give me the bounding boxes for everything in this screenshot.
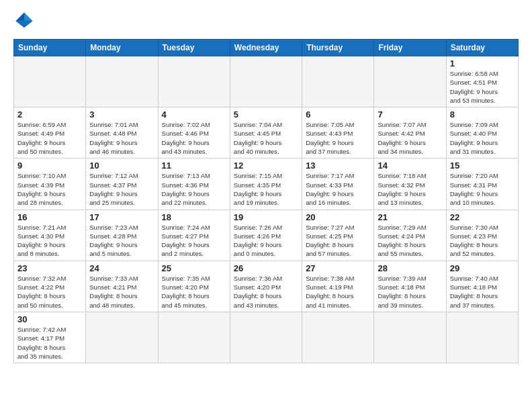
calendar-cell — [302, 312, 374, 363]
cell-daylight-info: Sunrise: 7:04 AM Sunset: 4:45 PM Dayligh… — [234, 120, 298, 156]
calendar-cell: 1Sunrise: 6:58 AM Sunset: 4:51 PM Daylig… — [446, 56, 518, 107]
date-number: 5 — [234, 109, 298, 120]
week-row-5: 23Sunrise: 7:32 AM Sunset: 4:22 PM Dayli… — [14, 261, 519, 312]
calendar-cell — [14, 56, 86, 107]
calendar-cell: 29Sunrise: 7:40 AM Sunset: 4:18 PM Dayli… — [446, 261, 518, 312]
cell-daylight-info: Sunrise: 7:21 AM Sunset: 4:30 PM Dayligh… — [17, 223, 82, 259]
date-number: 10 — [89, 161, 154, 171]
date-number: 15 — [450, 161, 515, 171]
cell-daylight-info: Sunrise: 7:05 AM Sunset: 4:43 PM Dayligh… — [306, 120, 370, 156]
date-number: 9 — [17, 161, 82, 171]
calendar-cell: 23Sunrise: 7:32 AM Sunset: 4:22 PM Dayli… — [14, 261, 86, 312]
date-number: 26 — [234, 263, 298, 273]
calendar-cell: 22Sunrise: 7:30 AM Sunset: 4:23 PM Dayli… — [446, 210, 518, 261]
calendar-cell: 19Sunrise: 7:26 AM Sunset: 4:26 PM Dayli… — [230, 210, 302, 261]
week-row-2: 2Sunrise: 6:59 AM Sunset: 4:49 PM Daylig… — [14, 107, 519, 158]
calendar-cell: 3Sunrise: 7:01 AM Sunset: 4:48 PM Daylig… — [86, 107, 158, 158]
calendar-cell — [302, 56, 374, 107]
weekday-header-monday: Monday — [86, 40, 158, 56]
cell-daylight-info: Sunrise: 7:38 AM Sunset: 4:19 PM Dayligh… — [306, 274, 370, 310]
calendar-cell: 4Sunrise: 7:02 AM Sunset: 4:46 PM Daylig… — [158, 107, 230, 158]
weekday-header-friday: Friday — [374, 40, 446, 56]
calendar-cell: 28Sunrise: 7:39 AM Sunset: 4:18 PM Dayli… — [374, 261, 446, 312]
calendar-cell: 2Sunrise: 6:59 AM Sunset: 4:49 PM Daylig… — [14, 107, 86, 158]
cell-daylight-info: Sunrise: 7:39 AM Sunset: 4:18 PM Dayligh… — [378, 274, 442, 310]
date-number: 16 — [17, 212, 82, 222]
cell-daylight-info: Sunrise: 7:18 AM Sunset: 4:32 PM Dayligh… — [378, 171, 442, 207]
cell-daylight-info: Sunrise: 6:59 AM Sunset: 4:49 PM Dayligh… — [17, 120, 82, 156]
cell-daylight-info: Sunrise: 7:24 AM Sunset: 4:27 PM Dayligh… — [162, 223, 226, 259]
date-number: 18 — [162, 212, 226, 222]
calendar-cell: 20Sunrise: 7:27 AM Sunset: 4:25 PM Dayli… — [302, 210, 374, 261]
weekday-header-row: SundayMondayTuesdayWednesdayThursdayFrid… — [14, 40, 519, 56]
cell-daylight-info: Sunrise: 7:23 AM Sunset: 4:28 PM Dayligh… — [89, 223, 154, 259]
cell-daylight-info: Sunrise: 7:40 AM Sunset: 4:18 PM Dayligh… — [450, 274, 515, 310]
cell-daylight-info: Sunrise: 6:58 AM Sunset: 4:51 PM Dayligh… — [450, 69, 515, 105]
calendar-cell: 24Sunrise: 7:33 AM Sunset: 4:21 PM Dayli… — [86, 261, 158, 312]
calendar-cell — [374, 312, 446, 363]
date-number: 17 — [89, 212, 154, 222]
calendar-cell: 12Sunrise: 7:15 AM Sunset: 4:35 PM Dayli… — [230, 158, 302, 210]
header — [13, 11, 519, 32]
cell-daylight-info: Sunrise: 7:09 AM Sunset: 4:40 PM Dayligh… — [450, 120, 515, 156]
calendar-cell — [158, 312, 230, 363]
week-row-6: 30Sunrise: 7:42 AM Sunset: 4:17 PM Dayli… — [14, 312, 519, 363]
calendar-cell: 27Sunrise: 7:38 AM Sunset: 4:19 PM Dayli… — [302, 261, 374, 312]
date-number: 1 — [450, 58, 515, 68]
calendar-page: SundayMondayTuesdayWednesdayThursdayFrid… — [0, 0, 532, 411]
calendar-cell: 8Sunrise: 7:09 AM Sunset: 4:40 PM Daylig… — [446, 107, 518, 158]
weekday-header-thursday: Thursday — [302, 40, 374, 56]
calendar-cell: 11Sunrise: 7:13 AM Sunset: 4:36 PM Dayli… — [158, 158, 230, 210]
date-number: 30 — [17, 314, 82, 324]
date-number: 8 — [450, 109, 515, 120]
weekday-header-saturday: Saturday — [446, 40, 518, 56]
calendar-cell: 5Sunrise: 7:04 AM Sunset: 4:45 PM Daylig… — [230, 107, 302, 158]
cell-daylight-info: Sunrise: 7:07 AM Sunset: 4:42 PM Dayligh… — [378, 120, 442, 156]
date-number: 28 — [378, 263, 442, 273]
date-number: 7 — [378, 109, 442, 120]
cell-daylight-info: Sunrise: 7:15 AM Sunset: 4:35 PM Dayligh… — [234, 171, 298, 207]
logo-icon — [15, 11, 34, 30]
cell-daylight-info: Sunrise: 7:27 AM Sunset: 4:25 PM Dayligh… — [306, 223, 370, 259]
cell-daylight-info: Sunrise: 7:12 AM Sunset: 4:37 PM Dayligh… — [89, 171, 154, 207]
calendar-cell — [86, 312, 158, 363]
calendar-cell: 16Sunrise: 7:21 AM Sunset: 4:30 PM Dayli… — [14, 210, 86, 261]
calendar-cell — [230, 312, 302, 363]
calendar-cell: 21Sunrise: 7:29 AM Sunset: 4:24 PM Dayli… — [374, 210, 446, 261]
cell-daylight-info: Sunrise: 7:17 AM Sunset: 4:33 PM Dayligh… — [306, 171, 370, 207]
calendar-cell: 14Sunrise: 7:18 AM Sunset: 4:32 PM Dayli… — [374, 158, 446, 210]
cell-daylight-info: Sunrise: 7:29 AM Sunset: 4:24 PM Dayligh… — [378, 223, 442, 259]
calendar-cell: 9Sunrise: 7:10 AM Sunset: 4:39 PM Daylig… — [14, 158, 86, 210]
date-number: 29 — [450, 263, 515, 273]
date-number: 4 — [162, 109, 226, 120]
cell-daylight-info: Sunrise: 7:10 AM Sunset: 4:39 PM Dayligh… — [17, 171, 82, 207]
cell-daylight-info: Sunrise: 7:20 AM Sunset: 4:31 PM Dayligh… — [450, 171, 515, 207]
calendar-cell: 18Sunrise: 7:24 AM Sunset: 4:27 PM Dayli… — [158, 210, 230, 261]
date-number: 3 — [89, 109, 154, 120]
date-number: 12 — [234, 161, 298, 171]
calendar-cell — [230, 56, 302, 107]
calendar-cell — [446, 312, 518, 363]
calendar-cell: 15Sunrise: 7:20 AM Sunset: 4:31 PM Dayli… — [446, 158, 518, 210]
cell-daylight-info: Sunrise: 7:26 AM Sunset: 4:26 PM Dayligh… — [234, 223, 298, 259]
date-number: 19 — [234, 212, 298, 222]
weekday-header-sunday: Sunday — [14, 40, 86, 56]
date-number: 6 — [306, 109, 370, 120]
weekday-header-wednesday: Wednesday — [230, 40, 302, 56]
date-number: 23 — [17, 263, 82, 273]
calendar-cell: 7Sunrise: 7:07 AM Sunset: 4:42 PM Daylig… — [374, 107, 446, 158]
cell-daylight-info: Sunrise: 7:32 AM Sunset: 4:22 PM Dayligh… — [17, 274, 82, 310]
cell-daylight-info: Sunrise: 7:01 AM Sunset: 4:48 PM Dayligh… — [89, 120, 154, 156]
cell-daylight-info: Sunrise: 7:42 AM Sunset: 4:17 PM Dayligh… — [17, 325, 82, 361]
week-row-3: 9Sunrise: 7:10 AM Sunset: 4:39 PM Daylig… — [14, 158, 519, 210]
date-number: 21 — [378, 212, 442, 222]
logo — [13, 11, 36, 32]
calendar-cell: 13Sunrise: 7:17 AM Sunset: 4:33 PM Dayli… — [302, 158, 374, 210]
cell-daylight-info: Sunrise: 7:02 AM Sunset: 4:46 PM Dayligh… — [162, 120, 226, 156]
cell-daylight-info: Sunrise: 7:30 AM Sunset: 4:23 PM Dayligh… — [450, 223, 515, 259]
date-number: 25 — [162, 263, 226, 273]
date-number: 2 — [17, 109, 82, 120]
week-row-4: 16Sunrise: 7:21 AM Sunset: 4:30 PM Dayli… — [14, 210, 519, 261]
svg-marker-1 — [24, 13, 33, 21]
date-number: 20 — [306, 212, 370, 222]
